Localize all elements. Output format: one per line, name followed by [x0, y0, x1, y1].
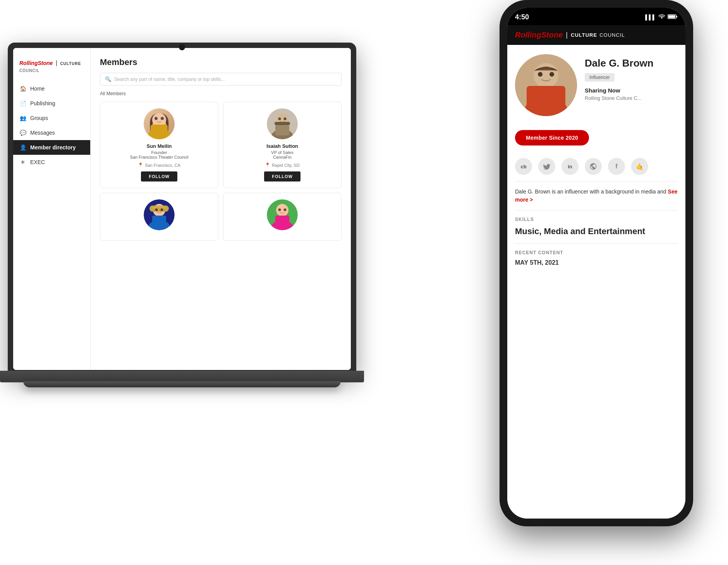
sidebar: RollingStone | CULTURE COUNCIL 🏠 Home 📄 … — [13, 48, 91, 370]
member-title-1: Founder — [106, 150, 212, 155]
members-grid: Sun Meilin Founder San Francisco Theater… — [100, 102, 342, 241]
sidebar-item-messages-label: Messages — [30, 130, 55, 136]
member-title-2: VP of Sales — [230, 150, 335, 155]
svg-point-4 — [155, 117, 158, 120]
publishing-icon: 📄 — [19, 100, 26, 107]
svg-point-11 — [278, 118, 281, 120]
logo-stone: Stone — [38, 60, 53, 66]
member-company-1: San Francisco Theater Council — [106, 155, 212, 159]
profile-info: Dale G. Brown Influencer Sharing Now Rol… — [585, 54, 678, 116]
member-since-button[interactable]: Member Since 2020 — [515, 124, 678, 152]
laptop-device: RollingStone | CULTURE COUNCIL 🏠 Home 📄 … — [0, 31, 372, 457]
sidebar-item-home-label: Home — [30, 86, 45, 92]
member-name-1: Sun Meilin — [106, 143, 212, 149]
laptop-camera — [179, 44, 185, 50]
recent-content-date: MAY 5TH, 2021 — [515, 259, 678, 266]
profile-avatar — [515, 54, 577, 116]
svg-point-34 — [549, 72, 554, 77]
location-pin-icon-2: 📍 — [265, 163, 270, 168]
laptop-base — [0, 371, 364, 382]
social-icons-row: cb in f 🤙 — [515, 158, 678, 175]
svg-point-24 — [278, 209, 281, 211]
divider-3 — [515, 243, 678, 244]
svg-rect-16 — [152, 216, 166, 226]
facebook-icon[interactable]: f — [608, 158, 625, 175]
avatar-member-3 — [144, 199, 175, 230]
sidebar-item-member-directory-label: Member directory — [30, 144, 76, 151]
recent-content-label: RECENT CONTENT — [515, 250, 678, 255]
phone-notch — [573, 9, 620, 17]
sidebar-item-exec[interactable]: ✳ EXEC — [13, 155, 90, 170]
logo-rolling-stone: Rolling — [19, 60, 38, 66]
messages-icon: 💬 — [19, 129, 26, 136]
phone-content: Dale G. Brown Influencer Sharing Now Rol… — [507, 45, 685, 519]
phone-time: 4:50 — [515, 13, 529, 21]
search-icon: 🔍 — [105, 76, 111, 82]
phone-screen: 4:50 ▌▌▌ — [507, 8, 685, 519]
twitter-icon[interactable] — [538, 158, 555, 175]
svg-point-12 — [284, 118, 287, 120]
svg-point-33 — [538, 72, 543, 77]
sharing-now-label: Sharing Now — [585, 87, 678, 94]
profile-top-section: Dale G. Brown Influencer Sharing Now Rol… — [515, 54, 678, 116]
exec-icon: ✳ — [19, 159, 26, 166]
phone-status-bar: 4:50 ▌▌▌ — [507, 8, 685, 25]
website-icon[interactable] — [585, 158, 602, 175]
laptop-foot: MacBook Pro — [23, 381, 341, 387]
divider-1 — [515, 181, 678, 181]
svg-point-19 — [161, 209, 163, 211]
member-card-4 — [223, 193, 342, 241]
follow-button-1[interactable]: FOLLOW — [141, 171, 177, 181]
sidebar-item-groups-label: Groups — [30, 115, 48, 121]
signal-icon: ▌▌▌ — [645, 14, 656, 20]
filter-label: All Members — [100, 91, 342, 96]
member-location-2: 📍 Rapid City, SD — [230, 163, 335, 168]
page-title: Members — [100, 57, 342, 67]
svg-point-25 — [284, 209, 287, 211]
profile-name: Dale G. Brown — [585, 57, 678, 69]
sharing-now-value: Rolling Stone Culture C... — [585, 95, 678, 101]
groups-icon: 👥 — [19, 115, 26, 122]
avatar-sun-meilin — [144, 108, 175, 139]
search-input[interactable]: Search any part of name, title, company … — [114, 77, 225, 82]
avatar-isaiah-sutton — [267, 108, 298, 139]
follow-button-2[interactable]: FOLLOW — [264, 171, 300, 181]
member-since-label: Member Since 2020 — [515, 130, 589, 146]
member-directory-icon: 👤 — [19, 144, 26, 151]
bio-text: Dale G. Brown is an influencer with a ba… — [515, 188, 678, 204]
search-bar[interactable]: 🔍 Search any part of name, title, compan… — [100, 73, 342, 86]
battery-icon — [668, 14, 678, 21]
sidebar-navigation: 🏠 Home 📄 Publishing 👥 Groups 💬 Messages — [13, 81, 90, 170]
crunchbase-icon[interactable]: cb — [515, 158, 532, 175]
phone-logo-rolling-stone: RollingStone — [515, 31, 563, 39]
linkedin-icon[interactable]: in — [561, 158, 579, 175]
phone-logo-culture: CULTURE — [571, 32, 597, 38]
svg-rect-23 — [275, 216, 289, 226]
main-content: Members 🔍 Search any part of name, title… — [91, 48, 351, 370]
phone-body: 4:50 ▌▌▌ — [500, 0, 693, 526]
svg-point-21 — [276, 204, 288, 216]
svg-rect-32 — [527, 86, 565, 109]
sidebar-item-messages[interactable]: 💬 Messages — [13, 125, 90, 140]
sidebar-item-groups[interactable]: 👥 Groups — [13, 111, 90, 125]
angellist-icon[interactable]: 🤙 — [631, 158, 648, 175]
logo-culture: CULTURE — [60, 62, 81, 66]
sidebar-item-publishing[interactable]: 📄 Publishing — [13, 96, 90, 111]
phone-logo: RollingStone | CULTURE COUNCIL — [515, 31, 678, 39]
divider-2 — [515, 210, 678, 211]
sidebar-logo: RollingStone | CULTURE COUNCIL — [13, 56, 90, 81]
laptop-screen: RollingStone | CULTURE COUNCIL 🏠 Home 📄 … — [13, 48, 351, 370]
svg-rect-27 — [676, 16, 677, 17]
sidebar-item-home[interactable]: 🏠 Home — [13, 81, 90, 96]
svg-rect-10 — [275, 122, 290, 125]
member-name-2: Isaiah Sutton — [230, 143, 335, 149]
svg-rect-28 — [668, 15, 675, 18]
influencer-badge: Influencer — [585, 73, 615, 82]
sidebar-item-publishing-label: Publishing — [30, 100, 55, 106]
sidebar-item-member-directory[interactable]: 👤 Member directory — [13, 140, 90, 155]
svg-rect-3 — [151, 125, 168, 136]
sidebar-item-exec-label: EXEC — [30, 159, 45, 165]
svg-point-18 — [155, 209, 158, 211]
member-card-2: Isaiah Sutton VP of Sales CannaFin 📍 Rap… — [223, 102, 342, 188]
svg-point-5 — [161, 117, 164, 120]
